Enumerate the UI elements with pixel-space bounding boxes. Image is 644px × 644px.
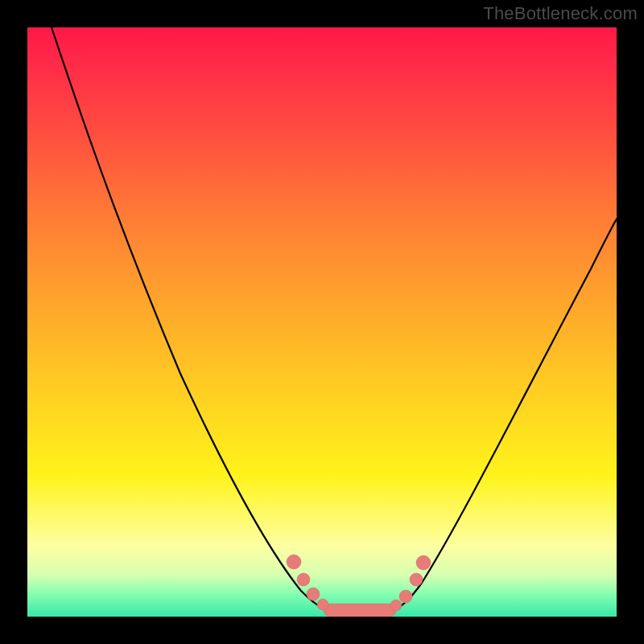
marker-dot	[297, 573, 310, 586]
marker-dot	[410, 573, 423, 586]
marker-dot	[416, 555, 431, 570]
marker-dot	[287, 555, 301, 569]
marker-dot	[317, 599, 328, 610]
bottleneck-curve	[52, 27, 617, 613]
valley-bar	[324, 604, 396, 617]
watermark-text: TheBottleneck.com	[483, 3, 638, 24]
outer-frame: TheBottleneck.com	[0, 0, 644, 644]
bottleneck-curve-svg	[27, 27, 617, 617]
marker-dot	[390, 600, 402, 611]
marker-dot	[307, 588, 320, 601]
marker-dot	[399, 590, 412, 603]
plot-area	[27, 27, 617, 617]
